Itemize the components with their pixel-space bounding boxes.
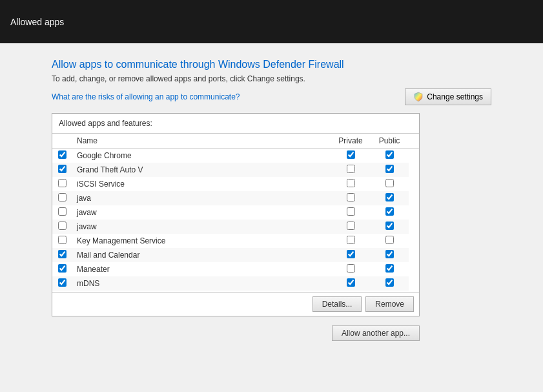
app-checkbox-cell[interactable] [52,205,72,220]
app-private-checkbox[interactable] [347,179,355,187]
app-public-checkbox[interactable] [385,250,394,258]
app-private-cell[interactable] [331,177,370,191]
app-private-cell[interactable] [331,205,370,220]
table-row: Maneater [52,262,419,276]
app-enabled-checkbox[interactable] [58,179,67,187]
app-name-cell: javaw [72,205,331,220]
app-public-checkbox[interactable] [385,207,394,216]
app-public-cell[interactable] [370,149,409,163]
allowed-panel: Allowed apps and features: Name Private … [52,113,420,316]
app-checkbox-cell[interactable] [52,149,72,163]
app-public-checkbox[interactable] [385,222,394,230]
app-public-checkbox[interactable] [385,179,394,187]
app-name-cell: Grand Theft Auto V [72,163,331,177]
app-checkbox-cell[interactable] [52,163,72,177]
app-enabled-checkbox[interactable] [58,165,67,173]
app-checkbox-cell[interactable] [52,291,72,292]
risks-link[interactable]: What are the risks of allowing an app to… [52,92,240,101]
table-scroll-area[interactable]: Name Private Public Google ChromeGrand T… [52,134,419,292]
app-name-cell: Media Center Extenders [72,291,331,292]
app-name-cell: Google Chrome [72,149,331,163]
app-public-cell[interactable] [370,248,409,262]
app-checkbox-cell[interactable] [52,191,72,205]
titlebar-label: Allowed apps [10,17,64,27]
app-checkbox-cell[interactable] [52,177,72,191]
change-settings-button[interactable]: Change settings [405,88,491,105]
col-header-public: Public [370,134,409,149]
app-private-checkbox[interactable] [347,250,355,258]
app-public-checkbox[interactable] [385,165,394,173]
apps-table: Name Private Public Google ChromeGrand T… [52,134,419,292]
app-public-cell[interactable] [370,262,409,276]
app-name-cell: java [72,191,331,205]
app-private-checkbox[interactable] [347,207,355,216]
app-public-cell[interactable] [370,177,409,191]
col-header-name: Name [72,134,331,149]
app-public-cell[interactable] [370,220,409,234]
app-name-cell: Maneater [72,262,331,276]
app-enabled-checkbox[interactable] [58,278,67,287]
main-content: Allow apps to communicate through Window… [0,43,543,356]
app-name-cell: mDNS [72,276,331,291]
table-row: javaw [52,220,419,234]
app-private-cell[interactable] [331,220,370,234]
details-button[interactable]: Details... [312,296,362,312]
titlebar: Allowed apps [0,0,543,43]
app-checkbox-cell[interactable] [52,276,72,291]
app-enabled-checkbox[interactable] [58,207,67,216]
app-public-checkbox[interactable] [385,236,394,244]
app-public-cell[interactable] [370,205,409,220]
table-row: java [52,191,419,205]
app-checkbox-cell[interactable] [52,234,72,248]
panel-header: Allowed apps and features: [52,114,419,134]
table-row: javaw [52,205,419,220]
bottom-row: Allow another app... [52,320,420,341]
app-private-checkbox[interactable] [347,150,355,159]
app-private-cell[interactable] [331,191,370,205]
col-header-check [52,134,72,149]
app-private-cell[interactable] [331,248,370,262]
app-checkbox-cell[interactable] [52,220,72,234]
remove-button[interactable]: Remove [365,296,414,312]
table-header-row: Name Private Public [52,134,419,149]
app-public-checkbox[interactable] [385,264,394,273]
app-public-checkbox[interactable] [385,150,394,159]
app-enabled-checkbox[interactable] [58,150,67,159]
app-private-checkbox[interactable] [347,278,355,287]
app-private-cell[interactable] [331,262,370,276]
shield-icon [413,92,424,102]
col-header-scroll-spacer [409,134,419,149]
app-public-cell[interactable] [370,234,409,248]
app-public-checkbox[interactable] [385,193,394,201]
app-private-cell[interactable] [331,276,370,291]
app-enabled-checkbox[interactable] [58,222,67,230]
app-private-cell[interactable] [331,291,370,292]
panel-footer: Details... Remove [52,292,419,316]
apps-tbody: Google ChromeGrand Theft Auto ViSCSI Ser… [52,149,419,293]
app-enabled-checkbox[interactable] [58,264,67,273]
app-enabled-checkbox[interactable] [58,193,67,201]
table-row: Media Center Extenders [52,291,419,292]
table-row: iSCSI Service [52,177,419,191]
app-private-cell[interactable] [331,234,370,248]
app-private-checkbox[interactable] [347,222,355,230]
app-public-cell[interactable] [370,191,409,205]
app-checkbox-cell[interactable] [52,262,72,276]
app-public-cell[interactable] [370,276,409,291]
app-private-checkbox[interactable] [347,193,355,201]
app-public-cell[interactable] [370,291,409,292]
app-private-checkbox[interactable] [347,264,355,273]
table-row: Mail and Calendar [52,248,419,262]
app-public-checkbox[interactable] [385,278,394,287]
page-heading: Allow apps to communicate through Window… [52,59,491,70]
app-enabled-checkbox[interactable] [58,236,67,244]
app-enabled-checkbox[interactable] [58,250,67,258]
allow-another-button[interactable]: Allow another app... [332,325,420,341]
link-row: What are the risks of allowing an app to… [52,88,491,105]
app-checkbox-cell[interactable] [52,248,72,262]
app-private-checkbox[interactable] [347,236,355,244]
app-private-cell[interactable] [331,149,370,163]
app-private-checkbox[interactable] [347,165,355,173]
app-public-cell[interactable] [370,163,409,177]
app-private-cell[interactable] [331,163,370,177]
